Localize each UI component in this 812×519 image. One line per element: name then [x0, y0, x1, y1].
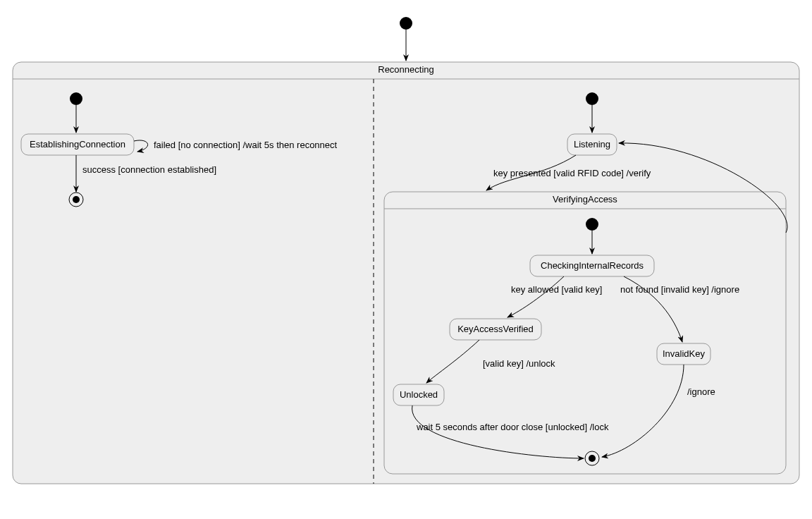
verifying-access-title: VerifyingAccess — [553, 194, 617, 204]
establishing-connection-label: EstablishingConnection — [30, 139, 125, 149]
wait-lock-label: wait 5 seconds after door close [unlocke… — [416, 422, 609, 432]
state-diagram: Reconnecting EstablishingConnection fail… — [0, 0, 812, 519]
not-found-label: not found [invalid key] /ignore — [620, 284, 739, 295]
key-allowed-label: key allowed [valid key] — [511, 284, 602, 295]
final-verify-inner — [589, 455, 596, 462]
initial-right — [586, 92, 598, 105]
initial-left — [70, 92, 82, 105]
invalidkey-label: InvalidKey — [663, 348, 705, 359]
initial-verify — [586, 218, 598, 231]
final-left-inner — [73, 196, 80, 203]
reconnecting-title: Reconnecting — [378, 64, 434, 75]
valid-key-unlock-label: [valid key] /unlock — [483, 358, 555, 369]
unlocked-label: Unlocked — [400, 389, 438, 400]
self-loop-label: failed [no connection] /wait 5s then rec… — [154, 140, 338, 150]
keyaccess-label: KeyAccessVerified — [457, 324, 534, 334]
initial-pseudostate-top — [400, 17, 412, 30]
checking-label: CheckingInternalRecords — [541, 260, 644, 271]
listening-label: Listening — [574, 139, 610, 149]
ignore-label: /ignore — [687, 386, 715, 397]
success-label: success [connection established] — [82, 164, 216, 175]
key-presented-label: key presented [valid RFID code] /verify — [493, 168, 651, 178]
